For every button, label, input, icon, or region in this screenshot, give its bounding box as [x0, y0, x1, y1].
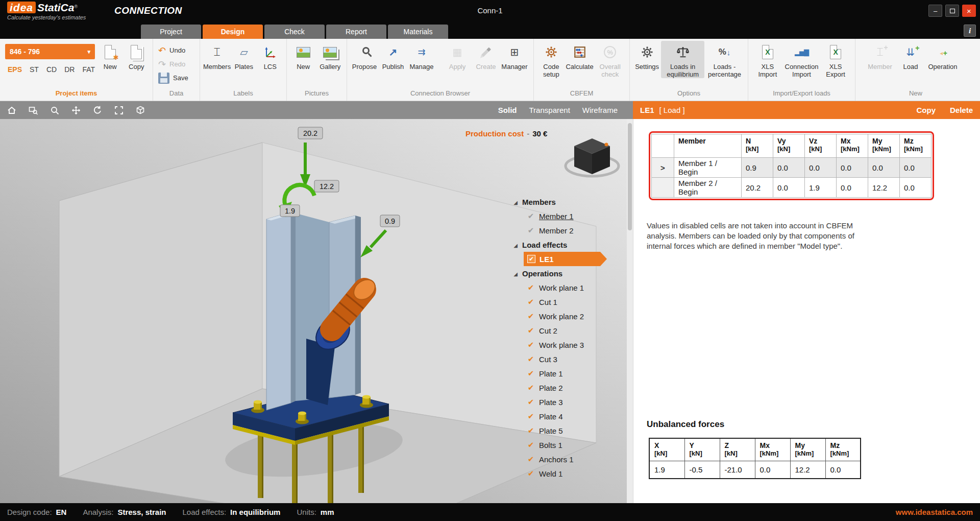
tools-icon	[545, 46, 557, 58]
tab-materials[interactable]: Materials	[388, 25, 448, 39]
labels-plates-button[interactable]: ▱ Plates	[231, 41, 257, 70]
tree-item-cut-1[interactable]: Cut 1	[512, 295, 633, 309]
tree-item-plate-4[interactable]: Plate 4	[512, 409, 633, 423]
website-link[interactable]: www.ideastatica.com	[896, 508, 973, 516]
zoom-icon[interactable]	[49, 105, 60, 116]
tab-project[interactable]: Project	[141, 25, 201, 39]
checkbox-icon[interactable]	[527, 255, 535, 263]
xls-export-button[interactable]: X XLS Export	[819, 41, 852, 78]
copy-load-button[interactable]: Copy	[916, 106, 936, 114]
tree-item-cut-3[interactable]: Cut 3	[512, 352, 633, 366]
navigation-cube[interactable]	[561, 134, 623, 185]
value-cell-n[interactable]: 0.9	[742, 158, 773, 178]
value-cell-mz[interactable]: 0.0	[900, 158, 932, 178]
delete-load-button[interactable]: Delete	[950, 106, 973, 114]
tree-item-plate-1[interactable]: Plate 1	[512, 366, 633, 381]
value-cell-mx[interactable]: 0.0	[837, 178, 868, 198]
view-mode-transparent[interactable]: Transparent	[529, 106, 570, 114]
tree-item-member-2[interactable]: Member 2	[512, 223, 633, 238]
minimize-button[interactable]: –	[928, 5, 942, 17]
tree-item-plate-2[interactable]: Plate 2	[512, 381, 633, 395]
tree-item-plate-3[interactable]: Plate 3	[512, 395, 633, 409]
tree-section-operations[interactable]: Operations	[512, 266, 633, 280]
value-cell-n[interactable]: 20.2	[742, 178, 773, 198]
tab-design[interactable]: Design	[203, 25, 263, 39]
view-mode-solid[interactable]: Solid	[498, 106, 517, 114]
tree-item-plate-5[interactable]: Plate 5	[512, 423, 633, 438]
tree-item-work-plane-1[interactable]: Work plane 1	[512, 280, 633, 295]
member-cell[interactable]: Member 2 / Begin	[674, 178, 742, 198]
row-selector[interactable]: >	[652, 158, 674, 178]
xls-import-button[interactable]: X XLS Import	[751, 41, 784, 78]
toggle-cd[interactable]: CD	[46, 65, 57, 74]
project-item-dropdown[interactable]: 846 - 796 ▾	[5, 44, 95, 59]
calculate-button[interactable]: Calculate	[566, 41, 594, 70]
picture-new-button[interactable]: New	[290, 41, 317, 70]
toggle-dr[interactable]: DR	[64, 65, 75, 74]
view-mode-wireframe[interactable]: Wireframe	[582, 106, 618, 114]
tab-check[interactable]: Check	[264, 25, 325, 39]
code-setup-button[interactable]: Code setup	[537, 41, 566, 78]
publish-button[interactable]: ↗ Publish	[379, 41, 407, 70]
tree-item-member-1[interactable]: Member 1	[512, 209, 633, 223]
tree-item-work-plane-2[interactable]: Work plane 2	[512, 309, 633, 323]
member-cell[interactable]: Member 1 / Begin	[674, 158, 742, 178]
clipping-box-icon[interactable]	[135, 105, 146, 116]
rotate-view-icon[interactable]	[92, 105, 103, 116]
loads-in-equilibrium-button[interactable]: Loads in equilibrium	[661, 41, 704, 78]
value-cell-mx[interactable]: 0.0	[837, 158, 868, 178]
ribbon-group-connection-browser: Propose ↗ Publish ⇉ Manage ▦ Apply Creat…	[347, 39, 534, 101]
tree-item-le1[interactable]: LE1	[524, 252, 600, 266]
tree-section-load-effects[interactable]: Load effects	[512, 238, 633, 252]
new-load-button[interactable]: ⇊+ Load	[896, 41, 925, 70]
new-member-button[interactable]: ⌶+ Member	[864, 41, 896, 70]
new-project-item-button[interactable]: New	[97, 41, 123, 70]
pan-icon[interactable]	[70, 105, 82, 116]
new-operation-button[interactable]: + Operation	[925, 41, 961, 70]
value-cell-vz[interactable]: 1.9	[805, 178, 837, 198]
overall-check-button[interactable]: % Overall check	[594, 41, 626, 78]
manage-button[interactable]: ⇉ Manage	[407, 41, 436, 70]
labels-members-button[interactable]: ⌶ Members	[203, 41, 231, 70]
connection-import-button[interactable]: ▂▅▇ Connection Import	[784, 41, 820, 78]
tree-item-work-plane-3[interactable]: Work plane 3	[512, 338, 633, 352]
value-cell-my[interactable]: 12.2	[868, 178, 900, 198]
value-cell-my[interactable]: 0.0	[868, 158, 900, 178]
value-cell-vy[interactable]: 0.0	[773, 178, 805, 198]
value-cell-vy[interactable]: 0.0	[773, 158, 805, 178]
value-cell-mz[interactable]: 0.0	[900, 178, 932, 198]
tab-report[interactable]: Report	[326, 25, 386, 39]
viewport-scrollbar[interactable]	[627, 119, 633, 503]
maximize-button[interactable]	[945, 5, 959, 17]
labels-lcs-button[interactable]: LCS	[257, 41, 283, 70]
copy-project-item-button[interactable]: Copy	[124, 41, 150, 70]
zoom-window-icon[interactable]	[28, 105, 39, 116]
redo-button[interactable]: ↷ Redo	[156, 58, 190, 70]
gear-icon	[641, 46, 653, 58]
toggle-eps[interactable]: EPS	[8, 65, 22, 74]
toggle-fat[interactable]: FAT	[82, 65, 95, 74]
tree-item-cut-2[interactable]: Cut 2	[512, 323, 633, 338]
tree-section-members[interactable]: Members	[512, 195, 633, 209]
analysis-value: Stress, strain	[117, 508, 166, 516]
picture-gallery-button[interactable]: Gallery	[317, 41, 344, 70]
zoom-fit-icon[interactable]	[113, 105, 125, 116]
save-button[interactable]: Save	[156, 72, 190, 84]
manager-button[interactable]: ⊞ Manager	[500, 41, 529, 70]
loads-percentage-button[interactable]: %↓ Loads - percentage	[704, 41, 745, 78]
info-button[interactable]: i	[964, 25, 976, 37]
row-selector[interactable]	[652, 178, 674, 198]
close-button[interactable]: ×	[962, 5, 976, 17]
tree-item-anchors-1[interactable]: Anchors 1	[512, 452, 633, 466]
apply-button[interactable]: ▦ Apply	[443, 41, 472, 70]
ribbon-group-options: Settings Loads in equilibrium %↓ Loads -…	[630, 39, 748, 101]
tree-item-bolts-1[interactable]: Bolts 1	[512, 438, 633, 452]
tree-item-weld-1[interactable]: Weld 1	[512, 466, 633, 481]
settings-button[interactable]: Settings	[633, 41, 661, 70]
create-button[interactable]: Create	[472, 41, 500, 70]
toggle-st[interactable]: ST	[30, 65, 39, 74]
home-view-icon[interactable]	[6, 105, 17, 116]
value-cell-vz[interactable]: 0.0	[805, 158, 837, 178]
undo-button[interactable]: ↶ Undo	[156, 44, 190, 56]
propose-button[interactable]: Propose	[350, 41, 379, 70]
